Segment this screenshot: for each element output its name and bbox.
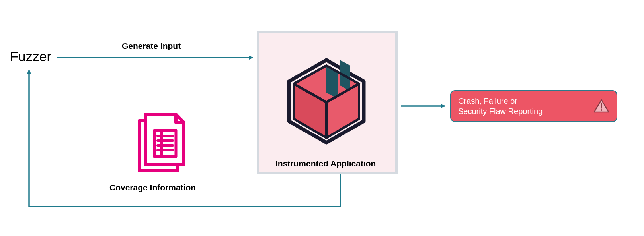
fuzzer-label: Fuzzer — [10, 49, 51, 64]
coverage-document-icon — [131, 111, 191, 175]
crash-report-box: Crash, Failure or Security Flaw Reportin… — [450, 90, 617, 122]
crash-report-text: Crash, Failure or Security Flaw Reportin… — [458, 96, 543, 116]
warning-icon — [593, 98, 609, 114]
package-icon — [283, 58, 370, 145]
instrumented-app-label: Instrumented Application — [275, 159, 376, 168]
coverage-info-label: Coverage Information — [109, 183, 196, 192]
svg-point-19 — [601, 109, 602, 111]
generate-input-label: Generate Input — [122, 41, 181, 51]
